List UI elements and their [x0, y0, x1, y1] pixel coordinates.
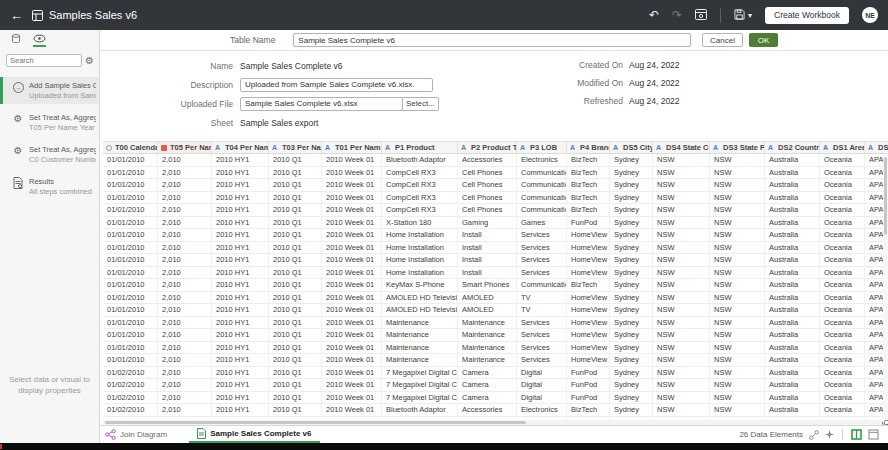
table-cell[interactable]: Oceania — [820, 192, 865, 205]
chevron-down-icon[interactable]: ▾ — [748, 11, 752, 20]
table-cell[interactable]: Australia — [765, 229, 820, 242]
uploaded-file-input[interactable] — [240, 97, 403, 111]
table-cell[interactable]: HomeView — [567, 254, 610, 267]
table-cell[interactable]: NSW — [653, 292, 710, 305]
column-header[interactable]: ADS0 — [865, 142, 888, 153]
table-cell[interactable]: 01/01/2010 — [103, 192, 158, 205]
table-cell[interactable]: Install — [458, 242, 517, 255]
table-cell[interactable]: 2,010 — [158, 204, 212, 217]
table-cell[interactable]: Home Installation — [382, 242, 458, 255]
table-cell[interactable]: Australia — [765, 304, 820, 317]
table-row[interactable]: 01/01/20102,0102010 HY12010 Q12010 Week … — [103, 254, 888, 267]
column-header[interactable]: ADS5 City — [610, 142, 653, 153]
table-cell[interactable]: 2010 Q1 — [269, 367, 322, 380]
table-cell[interactable]: 2010 HY1 — [212, 367, 269, 380]
table-cell[interactable]: 01/01/2010 — [103, 242, 158, 255]
table-cell[interactable]: Services — [517, 229, 567, 242]
table-cell[interactable]: 2010 Week 01 — [322, 267, 382, 280]
table-cell[interactable]: CompCell RX3 — [382, 192, 458, 205]
table-cell[interactable]: Oceania — [820, 392, 865, 405]
table-cell[interactable]: 2010 Q1 — [269, 392, 322, 405]
table-cell[interactable]: BizTech — [567, 279, 610, 292]
table-cell[interactable]: Digital — [517, 379, 567, 392]
avatar[interactable]: NE — [862, 7, 878, 23]
table-cell[interactable]: Sydney — [610, 254, 653, 267]
table-cell[interactable]: 2010 Q1 — [269, 217, 322, 230]
ok-button[interactable]: OK — [749, 33, 778, 47]
table-cell[interactable]: NSW — [710, 367, 765, 380]
table-cell[interactable]: 2010 Week 01 — [322, 179, 382, 192]
table-cell[interactable]: AMOLED HD Television — [382, 292, 458, 305]
table-cell[interactable]: 01/01/2010 — [103, 354, 158, 367]
sparkle-icon[interactable] — [825, 430, 834, 439]
column-header[interactable]: AP4 Brand — [567, 142, 610, 153]
table-cell[interactable]: Accessories — [458, 154, 517, 167]
table-cell[interactable]: TV — [517, 304, 567, 317]
table-cell[interactable]: NSW — [653, 342, 710, 355]
table-cell[interactable]: 2010 Q1 — [269, 379, 322, 392]
table-row[interactable]: 01/02/20102,0102010 HY12010 Q12010 Week … — [103, 404, 888, 417]
undo-icon[interactable]: ↶ — [649, 9, 659, 21]
back-icon[interactable]: ← — [10, 8, 23, 23]
table-cell[interactable]: Oceania — [820, 179, 865, 192]
table-cell[interactable]: 01/01/2010 — [103, 304, 158, 317]
table-row[interactable]: 01/01/20102,0102010 HY12010 Q12010 Week … — [103, 329, 888, 342]
table-cell[interactable]: 2,010 — [158, 242, 212, 255]
step-item-results[interactable]: Results All steps combined — [0, 173, 99, 200]
table-cell[interactable]: Home Installation — [382, 267, 458, 280]
table-cell[interactable]: 2010 Week 01 — [322, 204, 382, 217]
table-row[interactable]: 01/01/20102,0102010 HY12010 Q12010 Week … — [103, 279, 888, 292]
table-name-input[interactable] — [293, 33, 691, 47]
table-cell[interactable]: 2010 Q1 — [269, 154, 322, 167]
table-cell[interactable]: 2010 Week 01 — [322, 317, 382, 330]
column-header[interactable]: AP1 Product — [382, 142, 458, 153]
table-cell[interactable]: Electronics — [517, 154, 567, 167]
table-cell[interactable]: 2,010 — [158, 292, 212, 305]
table-cell[interactable]: 2010 Q1 — [269, 342, 322, 355]
table-cell[interactable]: 2010 Week 01 — [322, 217, 382, 230]
table-cell[interactable]: 7 Megapixel Digital Camera — [382, 367, 458, 380]
table-cell[interactable]: 01/02/2010 — [103, 392, 158, 405]
table-cell[interactable]: 2,010 — [158, 229, 212, 242]
table-cell[interactable]: Maintenance — [458, 342, 517, 355]
table-cell[interactable]: 01/01/2010 — [103, 229, 158, 242]
table-cell[interactable]: 2,010 — [158, 254, 212, 267]
table-row[interactable]: 01/01/20102,0102010 HY12010 Q12010 Week … — [103, 192, 888, 205]
table-cell[interactable]: Communication — [517, 167, 567, 180]
table-cell[interactable]: 01/01/2010 — [103, 254, 158, 267]
table-cell[interactable]: Communication — [517, 279, 567, 292]
table-cell[interactable]: NSW — [653, 379, 710, 392]
table-cell[interactable]: Communication — [517, 179, 567, 192]
column-header[interactable]: AT01 Per Nam... — [322, 142, 382, 153]
table-cell[interactable]: 2010 Week 01 — [322, 229, 382, 242]
table-cell[interactable]: 2,010 — [158, 192, 212, 205]
column-header[interactable]: T05 Per Nam... — [158, 142, 212, 153]
table-cell[interactable]: Australia — [765, 317, 820, 330]
table-cell[interactable]: Sydney — [610, 304, 653, 317]
table-cell[interactable]: 01/01/2010 — [103, 329, 158, 342]
table-cell[interactable]: BizTech — [567, 167, 610, 180]
table-cell[interactable]: Oceania — [820, 167, 865, 180]
table-cell[interactable]: 2010 HY1 — [212, 354, 269, 367]
table-cell[interactable]: Games — [517, 217, 567, 230]
table-cell[interactable]: TV — [517, 292, 567, 305]
table-cell[interactable]: Sydney — [610, 392, 653, 405]
table-cell[interactable]: 2,010 — [158, 217, 212, 230]
table-cell[interactable]: 2,010 — [158, 379, 212, 392]
table-cell[interactable]: NSW — [710, 267, 765, 280]
table-cell[interactable]: 2010 HY1 — [212, 179, 269, 192]
table-cell[interactable]: 01/01/2010 — [103, 279, 158, 292]
table-cell[interactable]: 2,010 — [158, 154, 212, 167]
table-cell[interactable]: 2010 HY1 — [212, 242, 269, 255]
card-view-icon[interactable] — [868, 429, 879, 440]
table-cell[interactable]: Australia — [765, 367, 820, 380]
table-cell[interactable]: HomeView — [567, 229, 610, 242]
description-input[interactable] — [240, 78, 433, 92]
column-header[interactable]: AT03 Per Nam... — [269, 142, 322, 153]
lineage-icon[interactable] — [809, 430, 819, 440]
table-cell[interactable]: Sydney — [610, 154, 653, 167]
table-cell[interactable]: NSW — [710, 242, 765, 255]
table-row[interactable]: 01/02/20102,0102010 HY12010 Q12010 Week … — [103, 379, 888, 392]
column-header[interactable]: AP3 LOB — [517, 142, 567, 153]
cancel-button[interactable]: Cancel — [702, 33, 743, 47]
